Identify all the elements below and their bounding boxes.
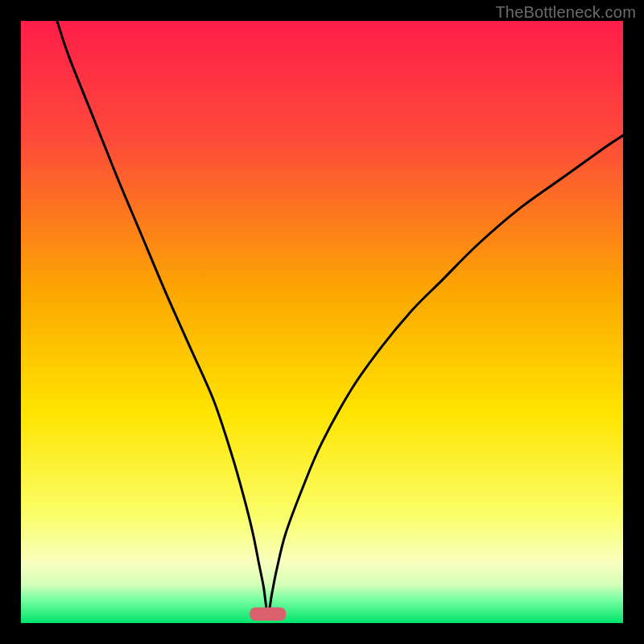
watermark-text: TheBottleneck.com bbox=[495, 3, 636, 22]
chart-background bbox=[21, 21, 623, 623]
chart-frame bbox=[21, 21, 623, 623]
optimum-marker bbox=[250, 608, 286, 621]
bottleneck-chart bbox=[21, 21, 623, 623]
